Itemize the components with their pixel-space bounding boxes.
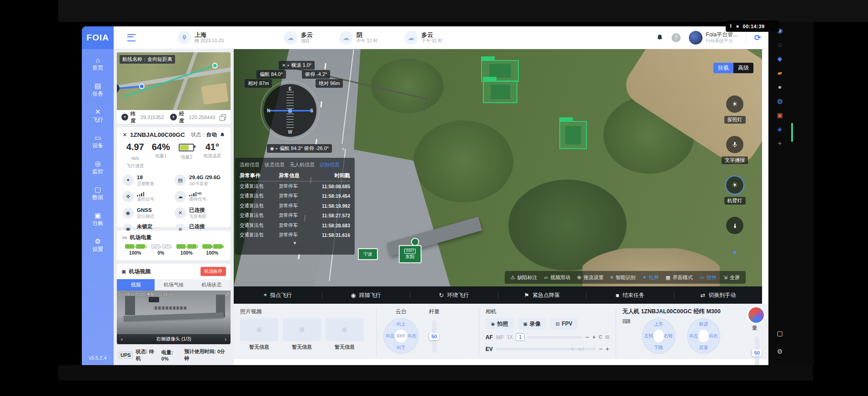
follow-flight-button[interactable]: ◉跟随飞行 <box>322 291 410 299</box>
tab-dock-status[interactable]: 机场状态 <box>193 279 231 291</box>
record-video-button[interactable]: ▣录像 <box>518 318 546 329</box>
alert-row[interactable]: 交通算法包异常停车11:58:19.992 <box>240 201 350 211</box>
route-map-card[interactable]: 航线名称：金向短距离 ✦ 纬度 29.315352 ✦ 经度 120.25644… <box>117 52 231 124</box>
tab-process-info[interactable]: 流程信息 <box>240 161 260 168</box>
camera-next-arrow[interactable]: › <box>225 336 226 342</box>
defect-annotation-button[interactable]: ⚠缺陷标注 <box>511 274 537 281</box>
alarm-bell-icon[interactable] <box>220 132 225 138</box>
gimbal-dpad[interactable]: 向上 向左 归中 向右 向下 <box>383 318 419 354</box>
scroll-indicator[interactable] <box>791 123 793 142</box>
edge-bookmark-icon[interactable]: ◈ <box>778 126 783 132</box>
toggle-mount[interactable]: 挂载 <box>713 63 733 73</box>
tab-status-info[interactable]: 状态信息 <box>265 161 285 168</box>
infrared-button[interactable]: ✦红外 <box>642 274 659 281</box>
location-widget[interactable]: 上海 晴 2023-10-23 <box>177 31 224 45</box>
ev-minus-button[interactable]: − <box>599 346 602 352</box>
edge-capture-icon[interactable]: ▢ <box>777 330 783 336</box>
widgets-button[interactable]: ▭控件 <box>699 274 716 281</box>
alert-expand-arrow[interactable]: ▼ <box>240 241 350 246</box>
video-drag-button[interactable]: ▱视频滑动 <box>544 274 570 281</box>
tab-dock-video[interactable]: 视频 <box>117 279 155 291</box>
scrollbar-gutter[interactable] <box>762 49 768 304</box>
media-slot[interactable]: ⋇ 暂无信息 <box>283 318 321 351</box>
sidebar-item-settings[interactable]: ⚙ 设置 <box>92 238 103 253</box>
tab-drone-info[interactable]: 无人机信息 <box>290 161 315 168</box>
emergency-landing-button[interactable]: ⚑紧急点降落 <box>498 291 586 299</box>
notification-bell-icon[interactable] <box>656 34 663 41</box>
ui-mode-button[interactable]: ▦界面模式 <box>666 274 692 281</box>
edge-search-icon[interactable]: ◌ <box>778 41 782 48</box>
ev-plus-button[interactable]: + <box>606 346 609 352</box>
waypoint-flight-button[interactable]: ⌖指点飞行 <box>234 291 322 299</box>
alert-row[interactable]: 交通算法包异常停车11:58:08.685 <box>240 181 350 191</box>
gimbal-stick-slider[interactable]: 50 <box>432 320 437 353</box>
zoom-slider[interactable] <box>528 336 582 338</box>
sidebar-item-ledger[interactable]: ▣ 台账 <box>92 212 103 227</box>
camera-prev-arrow[interactable]: ‹ <box>121 336 123 342</box>
recorder-stop-icon[interactable]: ■ <box>736 24 738 29</box>
route-minimap[interactable]: 航线名称：金向短距离 <box>117 52 231 110</box>
tab-dock-weather[interactable]: 机场气候 <box>155 279 192 291</box>
edge-settings-icon[interactable]: ⚙ <box>777 348 783 355</box>
take-photo-button[interactable]: ◉拍照 <box>486 318 514 329</box>
account-widget[interactable]: Foia平台管... Foia系统平台 <box>689 31 738 45</box>
camera-zoom-input[interactable] <box>516 333 525 341</box>
sidebar-item-tasks[interactable]: ▤ 任务 <box>92 82 103 98</box>
thermometer-button[interactable] <box>726 217 743 234</box>
media-slot[interactable]: ⋇ 暂无信息 <box>326 318 364 351</box>
edge-browser-icon[interactable]: ◍ <box>777 98 783 104</box>
hud-close-icon[interactable]: × <box>341 145 345 152</box>
af-toggle[interactable]: AF <box>486 334 493 341</box>
mf-toggle[interactable]: MF <box>496 334 504 341</box>
alert-row[interactable]: 交通算法包异常停车11:58:31.616 <box>240 231 350 241</box>
media-slot[interactable]: ⋇ 暂无信息 <box>240 318 278 351</box>
keyboard-icon[interactable]: ⌨ <box>622 318 630 325</box>
edge-contacts-icon[interactable]: ● <box>778 84 782 90</box>
edge-toolbox-icon[interactable]: ▰ <box>778 70 783 76</box>
sidebar-item-data[interactable]: ▢ 数据 <box>92 186 103 201</box>
zoom-plus-button[interactable]: + <box>592 334 596 341</box>
sidebar-item-devices[interactable]: ▭ 设备 <box>92 134 103 150</box>
menu-icon[interactable] <box>127 34 135 41</box>
floating-extension-icon[interactable] <box>748 307 764 323</box>
recorder-pause-icon[interactable]: ‖ <box>730 24 732 29</box>
end-mission-button[interactable]: ■结束任务 <box>586 291 674 299</box>
alert-row[interactable]: 交通算法包异常停车11:58:19.454 <box>240 191 350 201</box>
stream-settings-button[interactable]: ⊕推流设置 <box>577 274 603 281</box>
zoom-minus-button[interactable]: − <box>586 334 589 341</box>
expand-icon[interactable]: ⤢ <box>226 292 229 297</box>
toggle-advanced[interactable]: 高级 <box>733 63 753 73</box>
alert-row[interactable]: 交通算法包异常停车11:58:27.572 <box>240 211 350 221</box>
edge-add-icon[interactable]: + <box>778 140 782 146</box>
edge-camera-icon[interactable]: ▣ <box>777 112 783 118</box>
app-logo[interactable]: FOIA <box>82 26 114 49</box>
fullscreen-button[interactable]: ⇲全屏 <box>723 274 740 281</box>
ev-slider[interactable]: -5 -4.7 <box>496 348 596 350</box>
drone-altitude-dpad[interactable]: 上升 左转 右转 下降 <box>642 318 675 354</box>
drone-direction-dpad[interactable]: 前进 向左 向右 后退 <box>687 318 720 354</box>
drone-video-feed[interactable]: 宁波 G527 东阳 ✕ ▸ 横滚 1.0° <box>234 49 762 286</box>
gimbal-center-button[interactable]: 归中 <box>395 330 407 342</box>
sidebar-item-flight[interactable]: ✕ 飞行 <box>92 108 103 124</box>
sidebar-item-monitor[interactable]: ◎ 监控 <box>92 160 103 175</box>
tab-recognition-info[interactable]: 识别信息 <box>320 161 340 168</box>
dock-emergency-stop-button[interactable]: 机场急停 <box>201 267 226 276</box>
copy-icon[interactable] <box>221 114 226 120</box>
orbit-flight-button[interactable]: ↻环绕飞行 <box>410 291 498 299</box>
zoom-c-button[interactable]: C <box>599 335 602 340</box>
searchlight-button[interactable]: ☀ <box>726 95 743 113</box>
alert-row[interactable]: 交通算法包异常停车11:58:28.683 <box>240 221 350 231</box>
edge-tag-icon[interactable]: ◆ <box>778 55 783 62</box>
speaker-button[interactable] <box>726 136 743 153</box>
ai-recognition-button[interactable]: ⌗智能识别 <box>611 274 636 281</box>
switch-manual-button[interactable]: ⇄切换到手动 <box>674 291 762 299</box>
zoom-reset-icon[interactable]: ⊡ <box>605 335 609 340</box>
collapse-arrow-icon[interactable]: ▼ <box>732 249 738 256</box>
arm-light-button[interactable]: ☀ <box>726 176 743 194</box>
refresh-icon[interactable]: ⟳ <box>754 33 761 43</box>
dock-camera-view[interactable]: 2023年10月23日 星期一 11:58:34 ⤢ ‹ 右侧摄像头 (1/3)… <box>117 291 231 344</box>
drone-stick-slider[interactable]: 50 <box>755 336 759 365</box>
help-icon[interactable]: ? <box>672 33 681 42</box>
sidebar-item-home[interactable]: ⌂ 首页 <box>92 56 103 72</box>
fpv-button[interactable]: ⊡FPV <box>550 318 578 329</box>
